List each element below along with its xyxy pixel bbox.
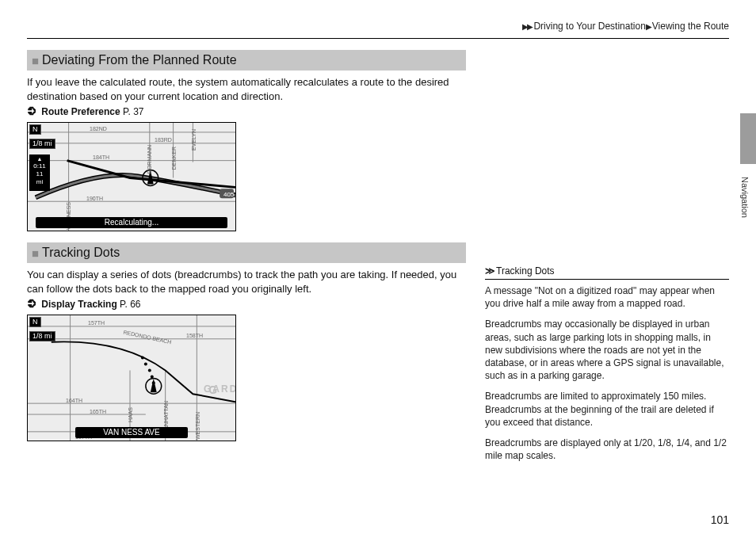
- map-screenshot-recalculating: 182ND 183RD 184TH 190TH DORMANN DENKER E…: [27, 122, 236, 231]
- sidebar-note-p1: A message "Not on a digitized road" may …: [485, 284, 729, 310]
- bg-text: GARD: [204, 383, 236, 395]
- street-label: 164TH: [66, 398, 82, 403]
- breadcrumb-level1: Driving to Your Destination: [533, 21, 645, 32]
- street-label: EVELYN: [191, 129, 197, 151]
- sidebar-note-title: Tracking Dots: [496, 265, 555, 277]
- square-bullet-icon: ■: [32, 246, 39, 260]
- map-screenshot-tracking: G 157TH 158TH 164TH 165TH 167TH REDONDO …: [27, 315, 236, 441]
- ref-page: P. 37: [123, 106, 143, 117]
- section2-reference: ⮊ Display Tracking P. 66: [27, 299, 466, 310]
- north-badge: N: [29, 124, 41, 135]
- scale-badge: 1/8 mi: [29, 139, 55, 149]
- svg-point-19: [141, 357, 144, 360]
- breadcrumb-arrow-icon: ▶▶: [522, 22, 532, 31]
- street-label: 157TH: [88, 320, 105, 326]
- breadcrumb: ▶▶Driving to Your Destination▶Viewing th…: [27, 16, 729, 39]
- map-status-bar: Recalculating...: [36, 217, 227, 228]
- street-label: DENKER: [171, 147, 177, 170]
- sidebar-note-p4: Breadcrumbs are displayed only at 1/20, …: [485, 437, 729, 462]
- ref-label: Route Preference: [41, 106, 120, 117]
- link-icon: ⮊: [27, 106, 36, 117]
- street-label: 184TH: [93, 154, 109, 160]
- sidebar-note-tracking-dots: ≫Tracking Dots A message "Not on a digit…: [485, 264, 729, 462]
- sidebar-note-p2: Breadcrumbs may occasionally be displaye…: [485, 318, 729, 382]
- section1-body: If you leave the calculated route, the s…: [27, 75, 466, 103]
- link-icon: ⮊: [27, 299, 36, 310]
- section-heading-tracking-dots: ■ Tracking Dots: [27, 242, 466, 263]
- street-label: 158TH: [186, 333, 203, 338]
- street-label: 182ND: [90, 126, 107, 132]
- scale-badge: 1/8 mi: [29, 331, 55, 341]
- eta-dist: 11: [29, 170, 50, 178]
- svg-point-21: [148, 369, 151, 372]
- square-bullet-icon: ■: [32, 54, 39, 67]
- section-heading-deviating: ■ Deviating From the Planned Route: [27, 50, 466, 71]
- breadcrumb-arrow-icon: ▶: [646, 22, 651, 31]
- section1-reference: ⮊ Route Preference P. 37: [27, 106, 466, 117]
- map-side-panel: ▲ 0:11 11 mi: [29, 154, 50, 191]
- street-label: 165TH: [90, 409, 106, 414]
- sidebar-note-p3: Breadcrumbs are limited to approximately…: [485, 390, 729, 429]
- ref-label: Display Tracking: [41, 299, 116, 310]
- north-badge: N: [29, 317, 41, 327]
- section-title: Tracking Dots: [42, 246, 120, 260]
- breadcrumb-level2: Viewing the Route: [652, 21, 729, 32]
- street-label: 183RD: [155, 137, 172, 143]
- map-roads-icon: [28, 123, 235, 231]
- street-label: WESTERN: [195, 412, 200, 440]
- angle-icon: ≫: [485, 265, 494, 277]
- ref-page: P. 66: [120, 299, 140, 310]
- street-label: HAAS: [128, 407, 133, 422]
- sidebar-note-heading: ≫Tracking Dots: [485, 264, 729, 280]
- street-label: DORMANN: [147, 145, 152, 174]
- section-title: Deviating From the Planned Route: [42, 53, 236, 67]
- map-street-bar: VAN NESS AVE: [75, 427, 188, 438]
- page-number: 101: [711, 513, 729, 526]
- eta-time: 0:11: [29, 162, 50, 170]
- street-label: 190TH: [86, 196, 103, 201]
- eta-unit: mi: [29, 178, 50, 186]
- chapter-label: Navigation: [740, 177, 750, 218]
- section2-body: You can display a series of dots (breadc…: [27, 268, 466, 296]
- svg-point-20: [144, 363, 147, 366]
- chapter-tab: [740, 113, 756, 164]
- freeway-shield: 405: [223, 191, 234, 198]
